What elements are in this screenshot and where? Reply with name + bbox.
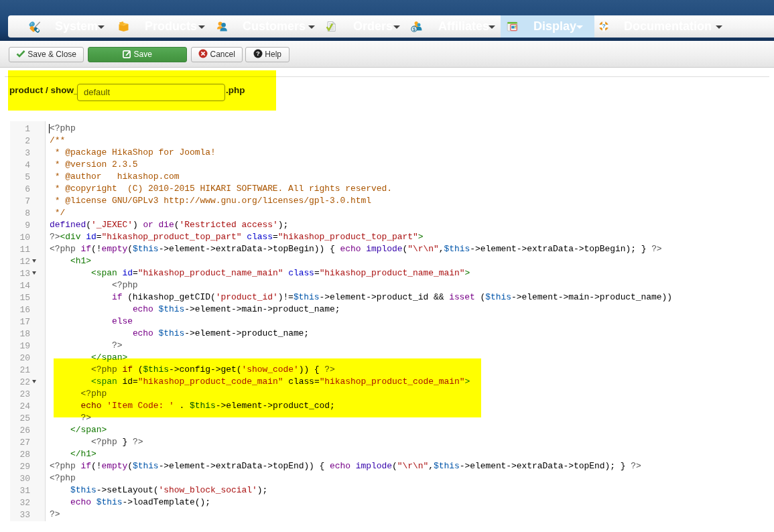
svg-text:?: ? [602,23,605,29]
svg-text:?: ? [256,50,260,57]
